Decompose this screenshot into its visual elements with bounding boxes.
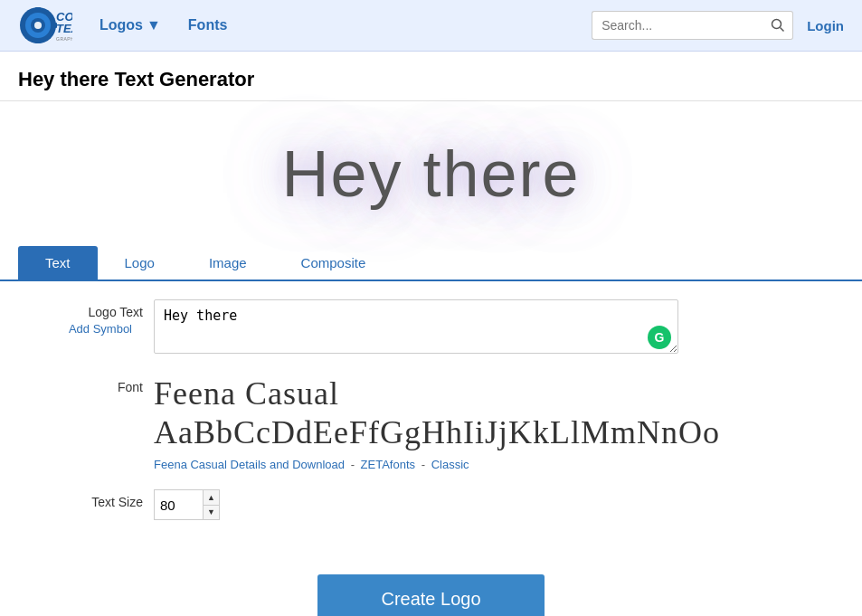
preview-text: Hey there <box>281 137 580 211</box>
font-separator-1: - <box>351 458 355 471</box>
svg-point-11 <box>772 20 781 29</box>
font-links: Feena Casual Details and Download - ZETA… <box>154 458 826 471</box>
grammarly-icon: G <box>648 326 671 349</box>
svg-rect-6 <box>21 23 25 28</box>
text-size-decrement-button[interactable]: ▼ <box>204 506 219 520</box>
tab-composite[interactable]: Composite <box>274 246 393 280</box>
font-detail-link[interactable]: Feena Casual Details and Download <box>154 458 345 471</box>
text-size-row: Text Size ▲ ▼ <box>36 489 826 520</box>
text-size-spinner: ▲ ▼ <box>204 489 220 520</box>
cooltext-logo-icon: COOL TEXT GRAPHICS <box>18 5 72 46</box>
svg-rect-4 <box>35 7 41 12</box>
text-size-input[interactable] <box>154 489 204 520</box>
search-input[interactable] <box>592 11 763 40</box>
add-symbol-link[interactable]: Add Symbol <box>69 322 132 336</box>
svg-line-12 <box>781 28 784 32</box>
logo-text-label-area: Logo Text Add Symbol <box>36 299 154 336</box>
logos-arrow-icon: ▼ <box>147 17 161 33</box>
logos-nav-link[interactable]: Logos ▼ <box>99 17 161 33</box>
text-size-input-wrap: ▲ ▼ <box>154 489 220 520</box>
tab-logo[interactable]: Logo <box>98 246 182 280</box>
svg-text:GRAPHICS: GRAPHICS <box>56 36 72 42</box>
tabs-area: Text Logo Image Composite <box>0 246 862 281</box>
search-area <box>592 11 793 40</box>
search-button[interactable] <box>763 11 793 40</box>
site-logo[interactable]: COOL TEXT GRAPHICS <box>18 5 72 46</box>
logo-text-input-wrap: Hey there G <box>154 299 678 356</box>
login-link[interactable]: Login <box>807 18 844 33</box>
font-label: Font <box>36 374 154 394</box>
search-icon <box>771 18 785 33</box>
font-preview-text: Feena Casual AaBbCcDdEeFfGgHhIiJjKkLlMmN… <box>154 374 826 452</box>
font-classic-link[interactable]: Classic <box>431 458 469 471</box>
svg-point-3 <box>34 22 42 29</box>
font-zeta-link[interactable]: ZETAfonts <box>361 458 415 471</box>
text-size-increment-button[interactable]: ▲ <box>204 490 219 506</box>
main-nav: Logos ▼ Fonts <box>99 17 592 33</box>
font-display-area: Feena Casual AaBbCcDdEeFfGgHhIiJjKkLlMmN… <box>154 374 826 471</box>
create-logo-button[interactable]: Create Logo <box>317 574 544 616</box>
logos-label: Logos <box>99 17 143 33</box>
font-separator-2: - <box>422 458 425 471</box>
fonts-nav-link[interactable]: Fonts <box>188 17 228 33</box>
form-area: Logo Text Add Symbol Hey there G Font Fe… <box>0 281 862 556</box>
tab-text[interactable]: Text <box>18 246 98 280</box>
logo-text-row: Logo Text Add Symbol Hey there G <box>36 299 826 356</box>
tab-image[interactable]: Image <box>182 246 274 280</box>
create-logo-area: Create Logo <box>0 574 862 616</box>
font-row: Font Feena Casual AaBbCcDdEeFfGgHhIiJjKk… <box>36 374 826 471</box>
logo-text-input[interactable]: Hey there <box>154 299 678 354</box>
page-title-area: Hey there Text Generator <box>0 52 862 101</box>
svg-rect-5 <box>35 39 41 43</box>
svg-text:TEXT: TEXT <box>56 22 72 35</box>
header: COOL TEXT GRAPHICS Logos ▼ Fonts Login <box>0 0 862 52</box>
page-title: Hey there Text Generator <box>18 68 844 91</box>
preview-area: Hey there <box>0 101 862 246</box>
text-size-label: Text Size <box>36 489 154 509</box>
logo-text-label: Logo Text <box>36 299 154 319</box>
